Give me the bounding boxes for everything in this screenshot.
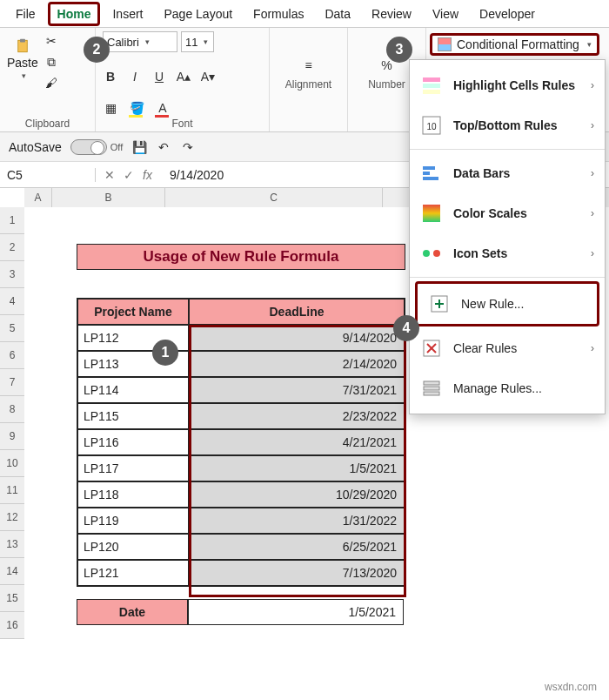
tab-formulas[interactable]: Formulas	[244, 2, 312, 26]
cancel-formula-icon[interactable]: ✕	[104, 168, 115, 182]
align-icon[interactable]: ≡	[301, 57, 317, 73]
enter-formula-icon[interactable]: ✓	[124, 168, 134, 182]
fill-color-icon[interactable]: 🪣	[129, 100, 144, 116]
row-header[interactable]: 3	[0, 261, 24, 288]
row-header[interactable]: 15	[0, 585, 24, 612]
menu-label: Color Scales	[453, 206, 580, 220]
cf-new-rule[interactable]: New Rule...	[415, 281, 599, 326]
name-box[interactable]: C5	[0, 168, 96, 182]
underline-button[interactable]: U	[151, 69, 167, 84]
table-row[interactable]: LP1129/14/2020	[77, 325, 405, 351]
font-color-icon[interactable]: A	[155, 100, 171, 116]
tab-data[interactable]: Data	[316, 2, 359, 26]
table-row[interactable]: LP1217/13/2020	[77, 560, 405, 586]
col-header-c[interactable]: C	[165, 188, 383, 207]
cell-project: LP121	[77, 560, 189, 586]
cell-project: LP120	[77, 534, 189, 560]
table-row[interactable]: LP1152/23/2022	[77, 403, 405, 429]
row-header[interactable]: 9	[0, 423, 24, 450]
save-icon[interactable]: 💾	[131, 139, 147, 155]
row-header[interactable]: 2	[0, 234, 24, 261]
date-lookup-row: Date 1/5/2021	[77, 599, 404, 625]
cell-deadline: 4/21/2021	[189, 429, 405, 455]
cf-manage-rules[interactable]: Manage Rules...	[410, 368, 605, 408]
menu-label: Clear Rules	[453, 341, 580, 355]
table-row[interactable]: LP1147/31/2021	[77, 377, 405, 403]
cell-deadline: 7/31/2021	[189, 377, 405, 403]
font-name-select[interactable]: Calibri▾	[103, 31, 177, 52]
row-header[interactable]: 7	[0, 369, 24, 396]
svg-rect-21	[424, 392, 439, 395]
undo-icon[interactable]: ↶	[156, 139, 171, 155]
chevron-right-icon: ›	[591, 247, 594, 259]
redo-icon[interactable]: ↷	[180, 139, 196, 155]
conditional-formatting-icon	[438, 37, 452, 51]
cf-color-scales[interactable]: Color Scales ›	[410, 193, 605, 233]
cell-deadline: 9/14/2020	[189, 325, 405, 351]
cell-deadline: 10/29/2020	[189, 481, 405, 508]
cf-icon-sets[interactable]: Icon Sets ›	[410, 233, 605, 273]
row-header[interactable]: 1	[0, 207, 24, 234]
col-header-a[interactable]: A	[24, 188, 52, 207]
row-header[interactable]: 4	[0, 288, 24, 315]
row-header[interactable]: 5	[0, 315, 24, 342]
cf-highlight-cells-rules[interactable]: Highlight Cells Rules ›	[410, 65, 605, 105]
conditional-formatting-button[interactable]: Conditional Formatting ▾	[430, 33, 599, 56]
fx-icon[interactable]: fx	[143, 168, 152, 182]
table-row[interactable]: LP11810/29/2020	[77, 481, 405, 508]
tab-insert[interactable]: Insert	[104, 2, 151, 26]
table-row[interactable]: LP1171/5/2021	[77, 455, 405, 481]
cell-project: LP114	[77, 377, 189, 403]
row-header[interactable]: 16	[0, 612, 24, 639]
date-value[interactable]: 1/5/2021	[188, 599, 404, 625]
menu-label: New Rule...	[461, 297, 586, 311]
chevron-right-icon: ›	[591, 342, 594, 354]
highlight-rules-icon	[420, 74, 443, 97]
paste-icon	[15, 38, 30, 54]
cf-clear-rules[interactable]: Clear Rules ›	[410, 328, 605, 368]
table-row[interactable]: LP1164/21/2021	[77, 429, 405, 455]
chevron-down-icon: ▾	[22, 71, 26, 80]
menu-label: Highlight Cells Rules	[453, 78, 580, 92]
autosave-toggle[interactable]	[70, 139, 107, 155]
cut-icon[interactable]: ✂	[44, 33, 59, 49]
tab-home[interactable]: Home	[48, 2, 101, 26]
cell-deadline: 1/31/2022	[189, 508, 405, 534]
row-header[interactable]: 6	[0, 342, 24, 369]
tab-view[interactable]: View	[424, 2, 467, 26]
paste-button[interactable]: Paste ▾	[7, 38, 38, 91]
cell-project: LP117	[77, 455, 189, 481]
tab-developer[interactable]: Developer	[471, 2, 544, 26]
data-table: Project Name DeadLine LP1129/14/2020 LP1…	[77, 298, 405, 587]
tab-page-layout[interactable]: Page Layout	[155, 2, 241, 26]
row-header[interactable]: 12	[0, 504, 24, 531]
borders-icon[interactable]: ▦	[103, 100, 118, 116]
increase-font-icon[interactable]: A▴	[176, 69, 191, 84]
row-header[interactable]: 10	[0, 450, 24, 477]
row-header[interactable]: 11	[0, 477, 24, 504]
cf-top-bottom-rules[interactable]: 10 Top/Bottom Rules ›	[410, 105, 605, 145]
tab-review[interactable]: Review	[363, 2, 420, 26]
cf-data-bars[interactable]: Data Bars ›	[410, 153, 605, 193]
svg-rect-1	[20, 39, 25, 43]
cell-deadline: 7/13/2020	[189, 560, 405, 586]
title-banner: Usage of New Rule Formula	[77, 244, 405, 270]
row-header[interactable]: 14	[0, 558, 24, 585]
italic-button[interactable]: I	[127, 69, 143, 84]
decrease-font-icon[interactable]: A▾	[200, 69, 216, 84]
svg-text:10: 10	[426, 122, 437, 131]
table-row[interactable]: LP1206/25/2021	[77, 534, 405, 560]
row-header[interactable]: 8	[0, 396, 24, 423]
copy-icon[interactable]: ⧉	[44, 54, 59, 70]
svg-rect-7	[423, 166, 435, 170]
row-header[interactable]: 13	[0, 531, 24, 558]
col-header-b[interactable]: B	[52, 188, 165, 207]
format-painter-icon[interactable]: 🖌	[44, 75, 59, 91]
font-size-select[interactable]: 11▾	[181, 31, 214, 52]
svg-rect-3	[423, 84, 440, 88]
bold-button[interactable]: B	[103, 69, 118, 84]
table-row[interactable]: LP1191/31/2022	[77, 508, 405, 534]
tab-file[interactable]: File	[7, 2, 44, 26]
menu-label: Data Bars	[453, 166, 580, 180]
table-row[interactable]: LP1132/14/2020	[77, 351, 405, 377]
